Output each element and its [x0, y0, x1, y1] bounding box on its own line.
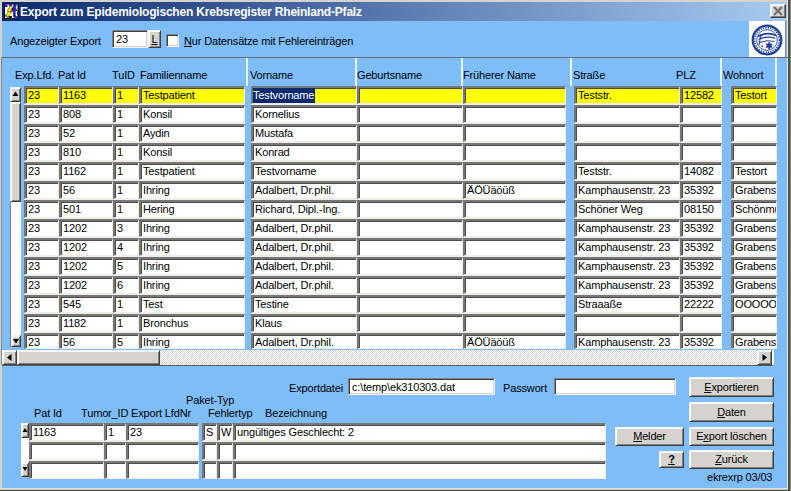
svg-text:✱: ✱	[765, 41, 773, 51]
